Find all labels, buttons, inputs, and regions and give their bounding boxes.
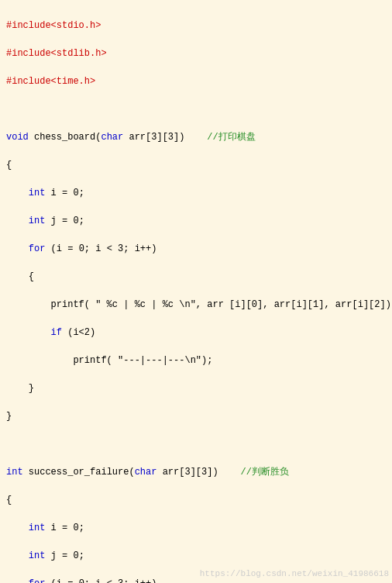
include-time: #include<time.h> [6,76,95,87]
line-13: printf( "---|---|---\n"); [6,354,386,367]
line-5: void chess_board(char arr[3][3]) //打印棋盘 [6,130,386,144]
include-stdio: #include<stdio.h> [6,20,101,31]
line-18: { [6,493,386,507]
line-14: } [6,381,386,395]
code-block: #include<stdio.h> #include<stdlib.h> #in… [0,0,392,583]
line-9: for (i = 0; i < 3; i++) [6,242,386,256]
line-6: { [6,158,386,172]
line-17: int success_or_failure(char arr[3][3]) /… [6,465,386,479]
line-1: #include<stdio.h> [6,19,386,33]
line-15: } [6,409,386,423]
line-10: { [6,270,386,284]
line-2: #include<stdlib.h> [6,47,386,60]
line-4 [6,102,386,116]
line-20: int j = 0; [6,549,386,563]
line-16 [6,437,386,451]
line-12: if (i<2) [6,326,386,340]
line-19: int i = 0; [6,521,386,535]
include-stdlib: #include<stdlib.h> [6,48,107,59]
line-3: #include<time.h> [6,74,386,88]
line-8: int j = 0; [6,214,386,228]
line-7: int i = 0; [6,186,386,200]
line-11: printf( " %c | %c | %c \n", arr [i][0], … [6,298,386,312]
kw-void: void [6,132,29,143]
watermark: https://blog.csdn.net/weixin_41986618 [200,567,389,581]
